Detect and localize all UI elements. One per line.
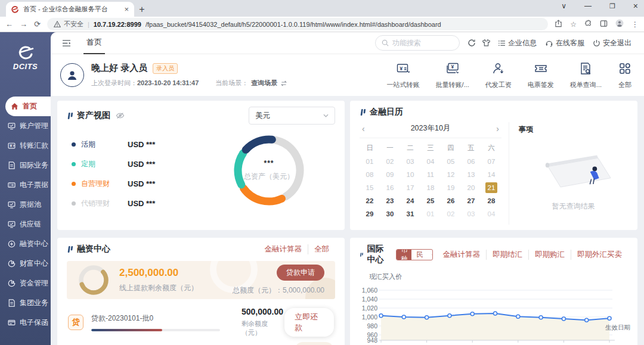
quick-action-tax-query[interactable]: 税单查询... — [570, 61, 602, 89]
loan-row: 贷 贷款-20230101-批0 500,000.00 剩余额度（元） 立即还款 — [67, 307, 335, 337]
back-icon[interactable]: ← — [5, 20, 13, 28]
address-bar[interactable]: 不安全 | 10.7.19.22:8999 /fpaas_bucket/9415… — [47, 18, 548, 30]
forward-icon[interactable]: → — [20, 20, 27, 28]
enterprise-info-link[interactable]: 企业信息 — [498, 38, 537, 48]
monitor-icon — [8, 201, 16, 209]
sidebar-item-financing[interactable]: 融资中心 — [0, 234, 51, 254]
calendar-day[interactable]: 01 — [360, 156, 380, 167]
calendar-day[interactable]: 12 — [441, 169, 461, 180]
sidebar-item-guarantee[interactable]: 电子保函 — [0, 313, 51, 332]
reload-icon[interactable]: ⟳ — [34, 20, 41, 28]
calendar-day[interactable]: 07 — [481, 156, 501, 167]
search-input[interactable]: 功能搜索 — [375, 35, 460, 51]
intl-link-1[interactable]: 即期结汇 — [486, 250, 528, 260]
browser-kebab-icon[interactable]: ⋮ — [631, 20, 639, 29]
calendar-day[interactable]: 04 — [481, 209, 501, 219]
window-minimize-icon[interactable]: — — [584, 2, 592, 10]
sidebar-item-home[interactable]: 首页 — [5, 97, 51, 116]
calendar-day[interactable]: 22 — [360, 195, 380, 206]
tab-close-icon[interactable]: × — [124, 5, 129, 14]
calendar-day[interactable]: 16 — [380, 182, 400, 193]
loan-apply-button[interactable]: 贷款申请 — [277, 265, 324, 281]
calendar-day[interactable]: 02 — [441, 209, 461, 219]
calendar-day[interactable]: 25 — [420, 195, 441, 206]
calendar-day[interactable]: 13 — [461, 169, 481, 180]
currency-select[interactable]: 美元 — [249, 107, 335, 125]
tab-home[interactable]: 首页 — [83, 32, 105, 54]
currency-type-select[interactable]: 币种 人民币 — [396, 249, 433, 260]
calendar-day[interactable]: 24 — [400, 195, 420, 206]
profile-avatar-icon[interactable] — [615, 19, 624, 29]
quick-action-batch-transfer[interactable]: ¥批量转账/... — [436, 61, 469, 89]
sidebar-item-transfer[interactable]: ¥转账汇款 — [0, 136, 51, 156]
browser-tab[interactable]: 首页 - 企业综合金融服务平台 × — [6, 2, 134, 17]
sidebar-item-e-bill[interactable]: 电子票据 — [0, 175, 51, 195]
sidebar-item-wealth[interactable]: 财富中心 — [0, 254, 51, 273]
calendar-day[interactable]: 04 — [420, 156, 441, 167]
calendar-prev-icon[interactable]: ‹ — [362, 124, 365, 133]
share-icon[interactable] — [555, 20, 562, 29]
calendar-day[interactable]: 03 — [400, 156, 420, 167]
calendar-day[interactable]: 18 — [420, 182, 441, 193]
not-secure-indicator[interactable]: 不安全 — [54, 20, 83, 29]
calendar-day[interactable]: 29 — [360, 209, 380, 219]
calendar-day[interactable]: 17 — [400, 182, 420, 193]
calendar-day[interactable]: 19 — [441, 182, 461, 193]
asset-view-panel: 资产视图 美元 活期USD ***定期USD ***自营理财USD ***代销理… — [57, 101, 345, 230]
window-maximize-icon[interactable]: ❐ — [609, 2, 615, 10]
calendar-day-selected[interactable]: 21 — [485, 182, 497, 193]
calendar-day[interactable]: 01 — [420, 209, 441, 219]
calendar-day[interactable]: 03 — [461, 209, 481, 219]
svg-text:1,060: 1,060 — [362, 287, 377, 294]
sidebar-item-bill-pool[interactable]: 票据池 — [0, 195, 51, 215]
extensions-puzzle-icon[interactable] — [584, 20, 592, 29]
calendar-day[interactable]: 02 — [380, 156, 400, 167]
view-all-link[interactable]: 全部 — [308, 244, 335, 254]
quick-action-one-stop-transfer[interactable]: ¥一站式转账 — [387, 61, 420, 89]
calendar-day[interactable]: 23 — [380, 195, 400, 206]
calendar-day[interactable]: 09 — [380, 169, 400, 180]
scene-swap-icon[interactable] — [280, 80, 287, 86]
calendar-day[interactable]: 14 — [481, 169, 501, 180]
bookmark-star-icon[interactable]: ☆ — [570, 20, 577, 29]
online-service-link[interactable]: 在线客服 — [545, 38, 584, 48]
collapse-menu-icon[interactable] — [62, 39, 71, 47]
calendar-day[interactable]: 20 — [461, 182, 481, 193]
current-scene[interactable]: 当前场景：查询场景 — [215, 79, 287, 88]
quick-action-e-ticket-issue[interactable]: 电票签发 — [528, 61, 554, 89]
safe-exit-link[interactable]: 安全退出 — [593, 38, 631, 48]
quick-action-all[interactable]: 全部 — [618, 61, 632, 89]
calendar-day[interactable]: 30 — [380, 209, 400, 219]
calendar-day[interactable]: 27 — [461, 195, 481, 206]
calendar-day[interactable]: 06 — [461, 156, 481, 167]
calendar-day[interactable]: 08 — [360, 169, 380, 180]
window-close-icon[interactable]: × — [633, 1, 638, 11]
sidebar-item-label: 账户管理 — [20, 121, 48, 131]
calendar-day[interactable]: 28 — [481, 195, 501, 206]
quick-action-payroll[interactable]: 代发工资 — [485, 61, 512, 89]
calendar-day[interactable]: 05 — [441, 156, 461, 167]
calendar-day[interactable]: 10 — [400, 169, 420, 180]
repay-now-button[interactable]: 立即还款 — [284, 308, 334, 337]
new-tab-button[interactable]: + — [134, 2, 150, 17]
calendar-day[interactable]: 31 — [400, 209, 420, 219]
calendar-day[interactable]: 15 — [360, 182, 380, 193]
sidebar-item-group[interactable]: 集团业务 — [0, 293, 51, 313]
theme-skin-icon[interactable] — [482, 39, 491, 47]
calendar-day[interactable]: 11 — [420, 169, 441, 180]
fx-chart-title: 现汇买入价 — [369, 272, 628, 281]
sidebar-item-accounts[interactable]: 账户管理 — [0, 116, 51, 136]
refresh-icon[interactable] — [467, 39, 476, 47]
sidebar-item-funds[interactable]: 资金管理 — [0, 273, 51, 293]
finance-calculator-link[interactable]: 金融计算器 — [259, 244, 308, 254]
browser-menu-chevron-icon[interactable]: ∨ — [561, 2, 566, 10]
intl-link-3[interactable]: 即期外汇买卖 — [571, 250, 628, 260]
visibility-toggle-icon[interactable] — [116, 112, 125, 119]
sidebar-item-supply-chain[interactable]: 供应链 — [0, 215, 51, 234]
side-panel-icon[interactable] — [600, 20, 608, 29]
intl-link-2[interactable]: 即期购汇 — [528, 250, 571, 260]
calendar-day[interactable]: 26 — [441, 195, 461, 206]
intl-link-0[interactable]: 金融计算器 — [437, 250, 487, 260]
calendar-next-icon[interactable]: › — [496, 124, 499, 133]
sidebar-item-international[interactable]: 国际业务 — [0, 156, 51, 175]
